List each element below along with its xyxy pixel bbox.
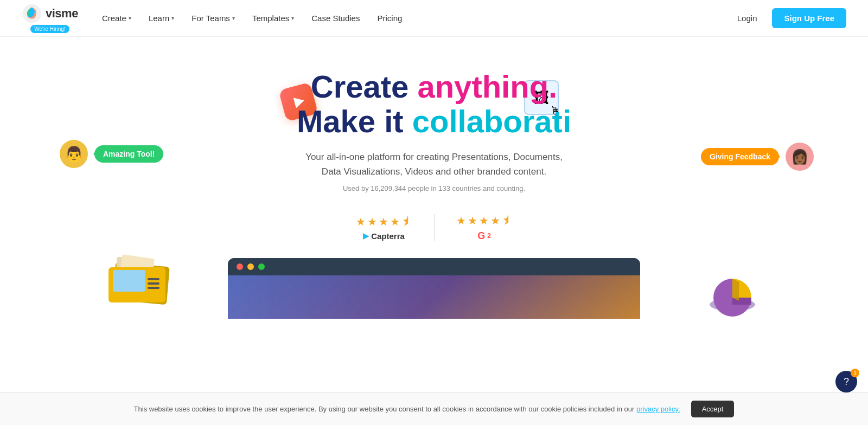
hero-title-line1: Create anything. xyxy=(311,69,557,104)
browser-maximize-dot xyxy=(258,263,265,270)
logo-text: visme xyxy=(46,7,78,21)
ratings-row: ★ ★ ★ ★ ⯨ ▶ Capterra ★ ★ ★ ★ ⯨ xyxy=(22,209,846,247)
g2-stars: ★ ★ ★ ★ ⯨ xyxy=(456,214,513,227)
capterra-rating: ★ ★ ★ ★ ⯨ ▶ Capterra xyxy=(334,210,434,246)
hero-stats: Used by 16,209,344 people in 133 countri… xyxy=(22,184,846,192)
chevron-down-icon: ▾ xyxy=(129,15,131,21)
browser-minimize-dot xyxy=(247,263,254,270)
browser-bar xyxy=(228,258,640,275)
nav-pricing[interactable]: Pricing xyxy=(369,9,410,27)
nav-create[interactable]: Create ▾ xyxy=(94,9,139,27)
capterra-brand: ▶ Capterra xyxy=(363,231,405,241)
logo-area[interactable]: visme We're Hiring! xyxy=(22,3,78,33)
chevron-down-icon: ▾ xyxy=(171,15,174,21)
capterra-arrow-icon: ▶ xyxy=(363,231,369,240)
nav-templates[interactable]: Templates ▾ xyxy=(245,9,302,27)
browser-close-dot xyxy=(237,263,243,270)
navbar: visme We're Hiring! Create ▾ Learn ▾ For… xyxy=(0,0,868,37)
floating-pie-chart xyxy=(705,268,760,319)
hero-subtitle: Your all-in-one platform for creating Pr… xyxy=(22,150,846,179)
browser-screen-content xyxy=(228,275,640,319)
nav-learn[interactable]: Learn ▾ xyxy=(141,9,182,27)
hero-section: 🖼 🖱 👨 Amazing Tool! Giving Feedback 👩🏾 C… xyxy=(0,37,868,373)
g2-brand: G2 xyxy=(477,230,491,242)
g2-logo-icon: G xyxy=(477,230,485,242)
hiring-badge: We're Hiring! xyxy=(30,25,69,33)
nav-links: Create ▾ Learn ▾ For Teams ▾ Templates ▾… xyxy=(94,9,731,27)
folder-stack-icon xyxy=(108,248,174,302)
chevron-down-icon: ▾ xyxy=(291,15,294,21)
g2-rating: ★ ★ ★ ★ ⯨ G2 xyxy=(435,209,534,247)
chevron-down-icon: ▾ xyxy=(232,15,235,21)
nav-case-studies[interactable]: Case Studies xyxy=(304,9,367,27)
browser-preview xyxy=(228,258,640,319)
capterra-stars: ★ ★ ★ ★ ⯨ xyxy=(356,215,412,228)
floating-folder xyxy=(108,248,174,302)
nav-for-teams[interactable]: For Teams ▾ xyxy=(184,9,242,27)
hero-title: Create anything. Make it collaborati xyxy=(22,69,846,139)
svg-point-1 xyxy=(710,298,755,311)
pie-chart-icon xyxy=(705,268,760,317)
nav-right: Login Sign Up Free xyxy=(731,8,846,28)
signup-button[interactable]: Sign Up Free xyxy=(772,8,846,28)
login-button[interactable]: Login xyxy=(731,9,764,27)
logo[interactable]: visme xyxy=(22,3,78,24)
browser-screen xyxy=(228,275,640,319)
logo-icon xyxy=(22,3,42,24)
hero-title-line2: Make it collaborati xyxy=(297,104,571,139)
